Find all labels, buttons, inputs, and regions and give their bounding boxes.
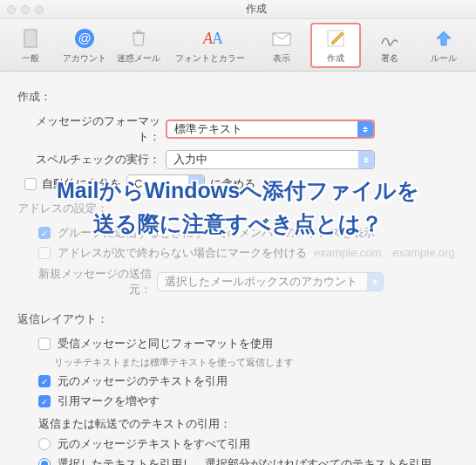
trash-icon: [126, 26, 151, 51]
reply-section: 返信レイアウト：: [17, 311, 462, 327]
chevron-updown-icon: [188, 175, 204, 193]
compose-section: 作成：: [17, 89, 462, 105]
sendfrom-value: 選択したメールボックスのアカウント: [165, 274, 357, 290]
titlebar: 作成: [0, 0, 476, 19]
sendfrom-select[interactable]: 選択したメールボックスのアカウント: [157, 272, 384, 291]
tab-label: 作成: [327, 52, 344, 65]
tab-label: フォントとカラー: [175, 52, 245, 65]
quote-original-label: 元のメッセージのテキストを引用: [58, 373, 228, 389]
tab-fonts[interactable]: AA フォントとカラー: [167, 24, 253, 66]
chevron-updown-icon: [357, 121, 373, 137]
tab-label: 表示: [273, 52, 290, 65]
group-label: グループに送信するときにすべてのメンバーのアドレスを表示: [58, 225, 375, 241]
atmark-value: example.com、example.org: [314, 245, 455, 261]
tab-label: 署名: [381, 52, 398, 65]
tab-junk[interactable]: 迷惑メール: [113, 24, 164, 66]
sendfrom-label: 新規メッセージの送信元：: [21, 266, 152, 297]
sameformat-hint: リッチテキストまたは標準テキストを使って返信します: [54, 356, 462, 369]
tab-viewing[interactable]: 表示: [256, 24, 307, 66]
atmark-label: アドレスが次で終わらない場合にマークを付ける: [58, 245, 307, 261]
quote-selected-radio[interactable]: [38, 458, 51, 465]
cc-select[interactable]: Cc：: [126, 174, 205, 194]
format-label: メッセージのフォーマット：: [21, 113, 160, 145]
minimize-button[interactable]: [21, 5, 30, 14]
zoom-button[interactable]: [35, 5, 44, 14]
window-title: 作成: [44, 2, 469, 17]
spell-label: スペルチェックの実行：: [21, 152, 160, 168]
tab-label: アカウント: [63, 52, 106, 65]
tab-general[interactable]: 一般: [5, 24, 56, 66]
window-controls: [7, 5, 44, 14]
tab-composing[interactable]: 作成: [310, 23, 361, 68]
at-icon: @: [72, 26, 97, 51]
chevron-updown-icon: [367, 273, 383, 291]
tab-accounts[interactable]: @ アカウント: [59, 24, 110, 66]
increase-quote-label: 引用マークを増やす: [58, 393, 160, 409]
format-select[interactable]: 標準テキスト: [166, 120, 375, 139]
svg-text:A: A: [212, 30, 222, 47]
auto-cc-checkbox[interactable]: [24, 178, 37, 190]
auto-cc-label: 自動的に自分を: [42, 176, 121, 192]
compose-icon: [323, 26, 348, 51]
tab-label: 一般: [22, 52, 39, 65]
tab-label: ルール: [431, 52, 457, 65]
format-value: 標準テキスト: [174, 121, 242, 137]
sameformat-checkbox[interactable]: [38, 338, 51, 350]
spell-select[interactable]: 入力中: [166, 150, 375, 169]
increase-quote-checkbox[interactable]: [38, 395, 51, 407]
auto-cc-suffix: に含める: [210, 176, 255, 192]
tab-label: 迷惑メール: [117, 52, 160, 65]
quote-header: 返信または転送でのテキストの引用：: [38, 416, 462, 432]
quote-selected-label: 選択したテキストを引用し、選択部分がなければすべてのテキストを引用: [58, 456, 432, 465]
sameformat-label: 受信メッセージと同じフォーマットを使用: [58, 336, 273, 352]
address-section: アドレスの設定：: [17, 201, 462, 216]
quote-all-radio[interactable]: [38, 438, 51, 450]
cc-value: Cc：: [134, 176, 160, 192]
quote-original-checkbox[interactable]: [38, 375, 51, 387]
spell-value: 入力中: [173, 152, 207, 168]
general-icon: [18, 26, 43, 51]
signature-icon: [377, 26, 402, 51]
svg-rect-0: [24, 30, 37, 47]
quote-all-label: 元のメッセージテキストをすべて引用: [58, 436, 250, 452]
prefs-toolbar: 一般 @ アカウント 迷惑メール AA フォントとカラー 表示 作成 署名 ルー…: [0, 19, 476, 72]
group-checkbox[interactable]: [38, 227, 51, 239]
envelope-icon: [269, 26, 294, 51]
tab-signatures[interactable]: 署名: [364, 24, 415, 66]
content-pane: 作成： メッセージのフォーマット： 標準テキスト スペルチェックの実行： 入力中…: [0, 72, 476, 465]
close-button[interactable]: [7, 5, 16, 14]
font-icon: AA: [198, 26, 222, 51]
chevron-updown-icon: [358, 151, 374, 168]
svg-text:@: @: [78, 31, 91, 45]
tab-rules[interactable]: ルール: [418, 24, 469, 66]
rules-icon: [432, 26, 456, 51]
atmark-checkbox[interactable]: [38, 247, 51, 259]
